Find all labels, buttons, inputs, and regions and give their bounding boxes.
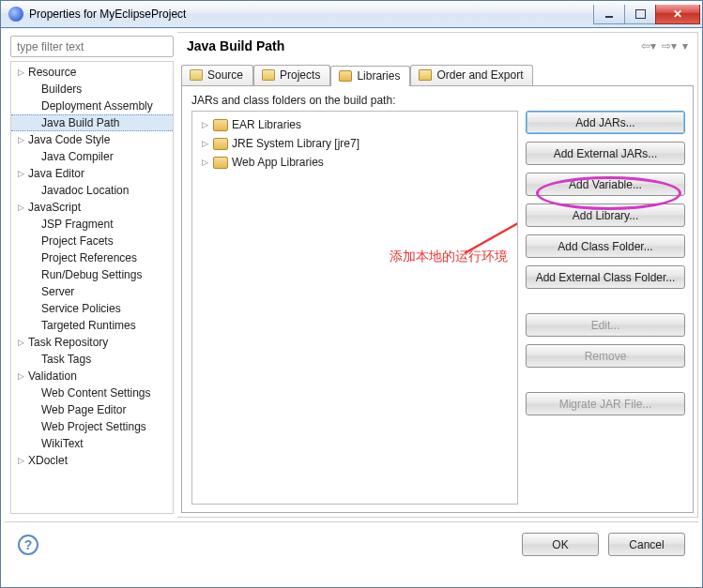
nav-tree[interactable]: ▷ResourceBuildersDeployment AssemblyJava… [10,61,174,514]
forward-arrow-icon[interactable]: ⇨▾ [662,39,677,53]
button-column: Add JARs... Add External JARs... Add Var… [526,111,685,505]
nav-item[interactable]: Targeted Runtimes [11,317,173,334]
expand-triangle-icon[interactable]: ▷ [15,68,26,77]
nav-item[interactable]: ▷Task Repository [11,334,173,351]
nav-item-label: Java Code Style [26,133,110,146]
tab-libraries[interactable]: Libraries [330,66,410,86]
btn-label: Add External JARs... [554,147,658,160]
nav-item[interactable]: WikiText [11,435,173,452]
nav-item-label: Project References [39,251,137,264]
tree-node-webapp[interactable]: ▷ Web App Libraries [196,153,513,172]
btn-label: Add External Class Folder... [536,271,676,284]
nav-column: ▷ResourceBuildersDeployment AssemblyJava… [5,32,177,518]
add-jars-button[interactable]: Add JARs... [526,111,685,134]
maximize-button[interactable] [624,5,656,24]
nav-item-label: JavaScript [26,201,81,214]
libraries-jar-icon [339,70,352,82]
nav-item[interactable]: Task Tags [11,351,173,368]
cancel-button[interactable]: Cancel [608,533,685,556]
bottom-bar: ? OK Cancel [5,521,698,566]
nav-item-label: Service Policies [39,302,121,315]
nav-item[interactable]: ▷Resource [11,64,173,81]
add-external-jars-button[interactable]: Add External JARs... [526,142,685,165]
content-header: Java Build Path ⇦▾ ⇨▾ ▾ [177,33,697,63]
ok-button[interactable]: OK [522,533,599,556]
expand-triangle-icon[interactable]: ▷ [15,371,26,381]
nav-item[interactable]: ▷JavaScript [11,199,173,216]
tree-node-jre[interactable]: ▷ JRE System Library [jre7] [196,134,513,153]
migrate-jar-button: Migrate JAR File... [526,392,685,415]
btn-label: Remove [585,350,627,363]
add-library-button[interactable]: Add Library... [526,204,685,227]
client-area: ▷ResourceBuildersDeployment AssemblyJava… [0,28,703,588]
nav-item-label: Run/Debug Settings [39,268,142,281]
nav-item[interactable]: ▷XDoclet [11,452,173,469]
order-sort-icon [419,69,432,81]
nav-item[interactable]: Deployment Assembly [11,98,173,114]
nav-item-label: Javadoc Location [39,184,129,197]
nav-item[interactable]: ▷Java Code Style [11,131,173,148]
content-panel: Java Build Path ⇦▾ ⇨▾ ▾ Source Projects [177,32,698,518]
tab-order-export[interactable]: Order and Export [410,65,533,85]
tree-node-ear[interactable]: ▷ EAR Libraries [196,115,513,134]
nav-item[interactable]: Web Project Settings [11,418,173,435]
expand-triangle-icon[interactable]: ▷ [15,203,26,212]
libraries-tree[interactable]: ▷ EAR Libraries ▷ JRE System Library [jr… [191,111,518,505]
menu-arrow-icon[interactable]: ▾ [682,39,688,53]
tab-source-label: Source [207,68,243,82]
nav-item[interactable]: Project References [11,249,173,266]
nav-item[interactable]: Project Facets [11,233,173,249]
edit-button: Edit... [526,313,685,337]
nav-item[interactable]: Web Content Settings [11,384,173,401]
nav-item[interactable]: JSP Fragment [11,216,173,233]
expand-triangle-icon[interactable]: ▷ [200,139,209,148]
add-external-class-folder-button[interactable]: Add External Class Folder... [526,265,685,289]
nav-item[interactable]: Java Build Path [11,114,173,131]
source-folder-icon [190,69,203,81]
nav-item[interactable]: Service Policies [11,300,173,317]
expand-triangle-icon[interactable]: ▷ [15,135,26,144]
nav-item[interactable]: Web Page Editor [11,401,173,418]
help-icon[interactable]: ? [18,535,38,555]
expand-triangle-icon[interactable]: ▷ [15,456,26,465]
nav-item-label: Project Facets [39,234,114,248]
expand-triangle-icon[interactable]: ▷ [200,158,209,167]
tab-order-label: Order and Export [436,68,523,82]
tree-node-label: EAR Libraries [232,118,301,131]
btn-label: Cancel [629,538,664,551]
nav-item[interactable]: Server [11,283,173,300]
nav-item-label: JSP Fragment [39,218,113,231]
btn-label: Migrate JAR File... [559,398,652,411]
add-variable-button[interactable]: Add Variable... [526,173,685,196]
tree-node-label: JRE System Library [jre7] [232,137,359,150]
expand-triangle-icon[interactable]: ▷ [15,169,26,178]
nav-item-label: Deployment Assembly [39,99,153,113]
tab-source[interactable]: Source [181,65,253,85]
nav-item-label: Web Project Settings [39,420,146,433]
add-class-folder-button[interactable]: Add Class Folder... [526,234,685,258]
window-buttons [594,1,700,27]
back-arrow-icon[interactable]: ⇦▾ [641,39,656,53]
expand-triangle-icon[interactable]: ▷ [15,338,26,347]
library-icon [213,138,228,150]
btn-label: Add Variable... [569,178,642,191]
nav-item[interactable]: ▷Validation [11,368,173,384]
nav-item[interactable]: Run/Debug Settings [11,266,173,283]
close-button[interactable] [655,5,700,24]
btn-label: Edit... [591,319,620,332]
nav-item-label: Server [39,285,74,298]
nav-item[interactable]: Java Compiler [11,148,173,165]
minimize-button[interactable] [593,5,625,24]
nav-item-label: Task Repository [26,336,108,349]
nav-item-label: Java Editor [26,167,84,180]
tab-libraries-label: Libraries [357,69,400,83]
nav-item[interactable]: Builders [11,81,173,98]
expand-triangle-icon[interactable]: ▷ [200,120,209,129]
btn-label: Add Library... [573,209,638,222]
nav-item[interactable]: Javadoc Location [11,182,173,199]
tab-projects[interactable]: Projects [253,65,330,85]
filter-input[interactable] [10,36,174,57]
tab-page-libraries: JARs and class folders on the build path… [181,85,694,513]
nav-item[interactable]: ▷Java Editor [11,165,173,182]
library-icon [213,157,228,169]
